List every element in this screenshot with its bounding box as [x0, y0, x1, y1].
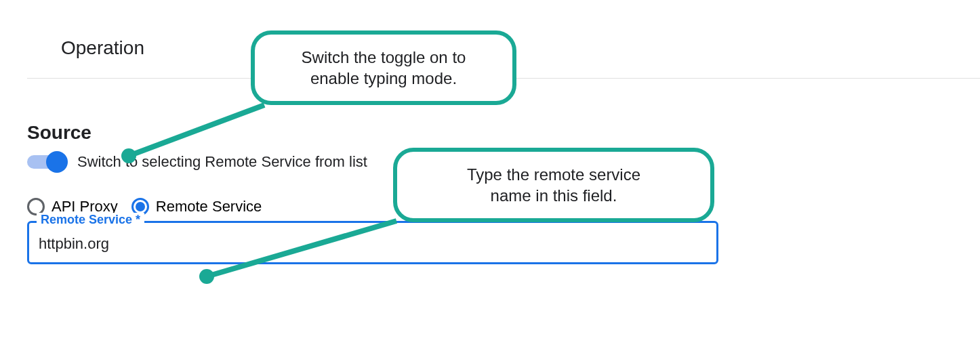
callout-field-line2: name in this field.	[420, 185, 687, 206]
typing-mode-toggle[interactable]	[27, 155, 65, 169]
radio-remote-service[interactable]: Remote Service	[131, 198, 262, 215]
operation-heading: Operation	[61, 37, 980, 59]
remote-service-field-label: Remote Service *	[37, 213, 144, 227]
radio-remote-service-label: Remote Service	[156, 198, 262, 215]
remote-service-input[interactable]	[27, 221, 718, 264]
callout-field: Type the remote service name in this fie…	[393, 148, 714, 222]
pointer-dot-toggle	[121, 148, 136, 163]
callout-toggle-line1: Switch the toggle on to	[278, 47, 489, 68]
source-heading: Source	[27, 122, 980, 144]
pointer-dot-field	[199, 269, 214, 284]
callout-toggle-line2: enable typing mode.	[278, 68, 489, 89]
callout-toggle: Switch the toggle on to enable typing mo…	[251, 30, 516, 105]
callout-field-line1: Type the remote service	[420, 164, 687, 185]
